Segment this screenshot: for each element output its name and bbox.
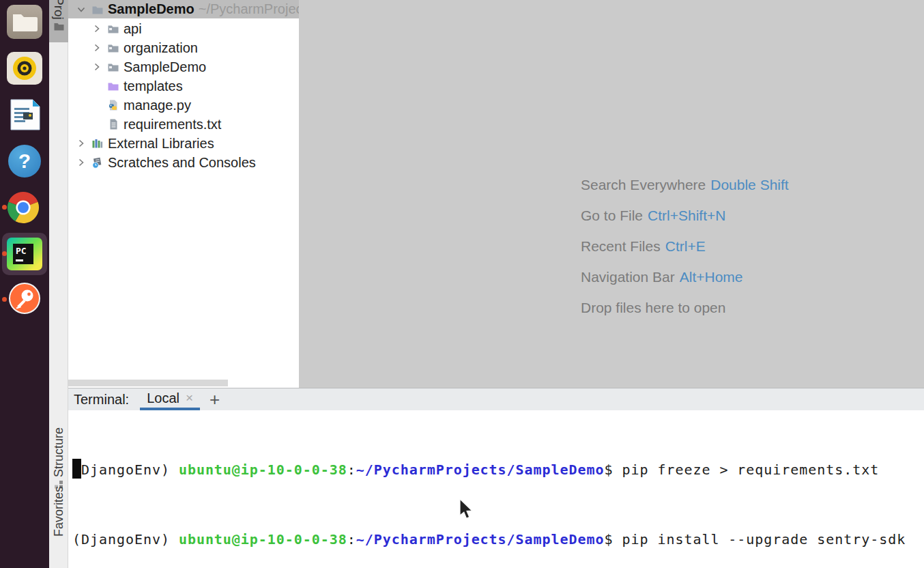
project-horizontal-scrollbar[interactable]	[68, 380, 228, 386]
tree-item-requirements-txt[interactable]: requirements.txt	[68, 115, 299, 134]
hint-label: Drop files here to open	[581, 300, 725, 316]
hint-label: Recent Files	[581, 238, 661, 255]
editor-shortcut-hints: Search Everywhere Double Shift Go to Fil…	[581, 169, 789, 323]
chevron-right-icon[interactable]	[91, 23, 103, 35]
folder-glyph	[12, 12, 38, 32]
tree-item-label: External Libraries	[108, 136, 214, 152]
tree-item-label: SampleDemo	[124, 59, 206, 75]
editor-area[interactable]: Search Everywhere Double Shift Go to Fil…	[299, 0, 924, 388]
hint-row: Drop files here to open	[581, 292, 789, 323]
writer-glyph	[7, 98, 42, 131]
chevron-spacer	[91, 80, 103, 92]
stripe-tab-structure-label: Structure	[52, 427, 66, 477]
tree-item-label: organization	[124, 40, 198, 56]
postman-running-dot	[2, 297, 7, 302]
libraries-icon	[91, 137, 104, 150]
toolwindow-stripe: Proj Structure Favorites	[49, 0, 68, 568]
scratches-icon	[91, 156, 104, 169]
pycharm-icon[interactable]: PC	[7, 238, 42, 270]
terminal-lines: (DjangoEnv) ubuntu@ip-10-0-0-38:~/Pychar…	[72, 412, 906, 568]
tree-item-label: templates	[124, 79, 183, 94]
folder-icon	[107, 61, 119, 73]
pycharm-glyph: PC	[13, 244, 33, 264]
new-terminal-button[interactable]: +	[210, 388, 220, 410]
terminal-content[interactable]: (DjangoEnv) ubuntu@ip-10-0-0-38:~/Pychar…	[68, 410, 924, 568]
tree-item-organization[interactable]: organization	[68, 38, 299, 57]
chrome-running-dot	[2, 205, 7, 210]
rhythmbox-icon[interactable]	[7, 52, 42, 85]
prompt-venv: (DjangoEnv)	[72, 531, 179, 548]
command-text: $ pip freeze > requirements.txt	[605, 462, 880, 478]
tree-item-templates[interactable]: templates	[68, 76, 299, 96]
hint-shortcut: Alt+Home	[680, 269, 743, 285]
terminal-line: (DjangoEnv) ubuntu@ip-10-0-0-38:~/Pychar…	[72, 458, 906, 481]
pycharm-running-dot	[2, 251, 7, 256]
folder-icon	[107, 23, 119, 35]
ubuntu-launcher: ? PC	[0, 0, 49, 568]
prompt-venv: (DjangoEnv)	[72, 462, 179, 478]
terminal-caret	[72, 459, 81, 479]
tree-item-label: requirements.txt	[124, 117, 221, 132]
prompt-colon: :	[347, 462, 356, 478]
stripe-tab-project-label: Proj	[51, 0, 66, 20]
hint-row: Search Everywhere Double Shift	[581, 169, 789, 200]
prompt-path: ~/PycharmProjects/SampleDemo	[356, 462, 605, 478]
chevron-right-icon[interactable]	[91, 61, 103, 73]
hint-label: Search Everywhere	[581, 177, 706, 193]
stripe-tab-favorites[interactable]: Favorites	[49, 486, 68, 537]
postman-icon[interactable]	[9, 283, 40, 314]
stripe-tab-project[interactable]: Proj	[49, 0, 68, 42]
root-folder-icon	[91, 3, 104, 16]
stripe-tab-structure[interactable]: Structure	[49, 427, 68, 489]
command-text: $ pip install --upgrade sentry-sdk	[605, 531, 906, 548]
tree-item-sampledemo[interactable]: SampleDemo	[68, 57, 299, 76]
project-tree: api organization SampleDemo	[68, 18, 299, 172]
terminal-panel-label: Terminal:	[68, 388, 129, 410]
prompt-path: ~/PycharmProjects/SampleDemo	[356, 531, 605, 548]
hint-shortcut: Ctrl+Shift+N	[648, 208, 725, 224]
tree-item-manage-py[interactable]: manage.py	[68, 96, 299, 115]
chevron-right-icon[interactable]	[75, 137, 87, 150]
hint-label: Navigation Bar	[581, 269, 675, 285]
tree-item-external-libraries[interactable]: External Libraries	[68, 134, 299, 153]
files-icon[interactable]	[7, 5, 42, 39]
folder-icon	[107, 42, 119, 54]
tree-item-label: api	[124, 21, 142, 37]
terminal-header: Terminal: Local × +	[68, 388, 924, 410]
chevron-right-icon[interactable]	[91, 42, 103, 54]
prompt-user-host: ubuntu@ip-10-0-0-38	[179, 531, 347, 548]
postman-glyph	[10, 284, 39, 313]
stripe-tab-favorites-label: Favorites	[52, 486, 66, 537]
templates-folder-icon	[107, 80, 119, 92]
hint-shortcut: Ctrl+E	[665, 238, 706, 255]
project-folder-icon	[54, 22, 64, 31]
project-panel: api organization SampleDemo	[68, 18, 299, 388]
project-root-path: ~/PycharmProjec	[199, 1, 299, 17]
python-file-icon	[107, 99, 119, 111]
hint-shortcut: Double Shift	[710, 177, 788, 193]
prompt-colon: :	[347, 531, 356, 548]
terminal-tab-local[interactable]: Local ×	[140, 388, 200, 410]
tree-item-scratches[interactable]: Scratches and Consoles	[68, 153, 299, 172]
screen: ? PC	[0, 0, 924, 568]
project-root-row[interactable]: SampleDemo ~/PycharmProjec	[68, 0, 299, 18]
prompt-user-host: ubuntu@ip-10-0-0-38	[179, 462, 347, 478]
help-icon[interactable]: ?	[8, 145, 41, 178]
project-root-name: SampleDemo	[108, 1, 194, 17]
tree-item-label: Scratches and Consoles	[108, 155, 256, 171]
chevron-down-icon[interactable]	[75, 3, 87, 16]
hint-row: Recent Files Ctrl+E	[581, 231, 789, 261]
libreoffice-writer-icon[interactable]	[7, 98, 42, 131]
chrome-icon[interactable]	[7, 191, 42, 224]
tree-item-api[interactable]: api	[68, 19, 299, 38]
text-file-icon	[107, 118, 119, 130]
hint-label: Go to File	[581, 208, 643, 224]
close-icon[interactable]: ×	[186, 390, 193, 406]
chrome-glyph	[7, 191, 40, 224]
chevron-spacer	[91, 118, 103, 130]
hint-row: Navigation Bar Alt+Home	[581, 261, 789, 292]
chevron-right-icon[interactable]	[75, 156, 87, 169]
terminal-tab-label: Local	[147, 390, 179, 406]
terminal-line: (DjangoEnv) ubuntu@ip-10-0-0-38:~/Pychar…	[72, 528, 906, 551]
speaker-glyph	[11, 55, 38, 82]
